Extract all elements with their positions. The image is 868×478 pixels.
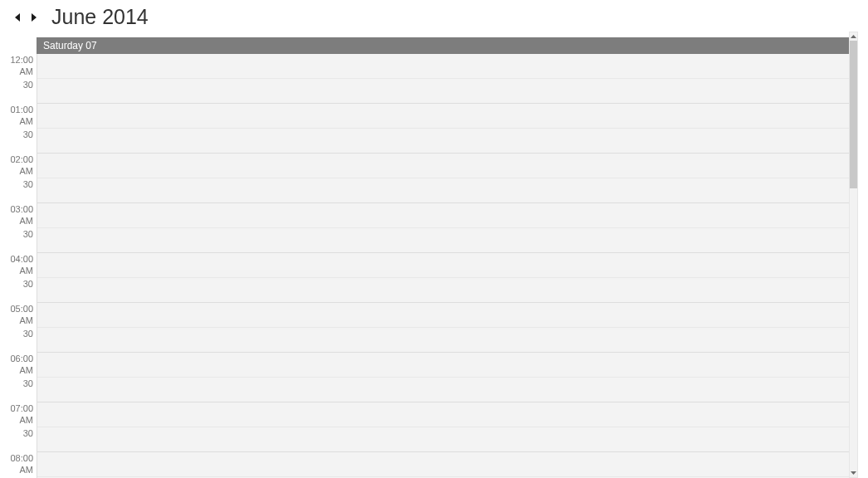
scroll-up-icon[interactable] (850, 32, 857, 41)
time-label: 04:00 AM (0, 253, 37, 278)
time-label: 30 (0, 328, 37, 353)
time-label: 01:00 AM (0, 104, 37, 129)
time-slot[interactable] (37, 129, 849, 154)
prev-arrow-icon[interactable] (12, 9, 23, 26)
time-label: 30 (0, 178, 37, 203)
time-slot[interactable] (37, 54, 849, 79)
calendar-header: June 2014 (0, 0, 868, 37)
time-label: 03:00 AM (0, 203, 37, 228)
time-label: 30 (0, 378, 37, 402)
time-slot[interactable] (37, 278, 849, 303)
time-slot[interactable] (37, 203, 849, 228)
time-label: 02:00 AM (0, 154, 37, 178)
scroll-down-icon[interactable] (850, 469, 857, 477)
next-arrow-icon[interactable] (28, 9, 40, 26)
time-label-column: 12:00 AM3001:00 AM3002:00 AM3003:00 AM30… (0, 54, 37, 478)
vertical-scrollbar[interactable] (849, 32, 858, 478)
calendar-title: June 2014 (51, 5, 149, 29)
time-slots-column[interactable] (37, 54, 850, 478)
time-slot[interactable] (37, 328, 849, 353)
time-label: 30 (0, 427, 37, 452)
time-label: 30 (0, 228, 37, 253)
time-slot[interactable] (37, 378, 849, 402)
time-label: 06:00 AM (0, 353, 37, 378)
time-slot[interactable] (37, 253, 849, 278)
time-slot[interactable] (37, 303, 849, 328)
time-slot[interactable] (37, 402, 849, 427)
time-label: 30 (0, 79, 37, 104)
time-slot[interactable] (37, 427, 849, 452)
time-label: 12:00 AM (0, 54, 37, 79)
time-slot[interactable] (37, 79, 849, 104)
time-label: 30 (0, 278, 37, 303)
time-label: 08:00 AM (0, 452, 37, 477)
time-slot[interactable] (37, 228, 849, 253)
time-label: 07:00 AM (0, 402, 37, 427)
day-header[interactable]: Saturday 07 (37, 37, 850, 54)
time-slot[interactable] (37, 353, 849, 378)
day-header-row: Saturday 07 (37, 37, 850, 54)
time-slot[interactable] (37, 178, 849, 203)
time-slot[interactable] (37, 452, 849, 477)
time-slot[interactable] (37, 104, 849, 129)
scroll-thumb[interactable] (850, 41, 857, 188)
time-label: 30 (0, 129, 37, 154)
time-label: 05:00 AM (0, 303, 37, 328)
time-grid: 12:00 AM3001:00 AM3002:00 AM3003:00 AM30… (0, 54, 850, 478)
time-slot[interactable] (37, 154, 849, 178)
